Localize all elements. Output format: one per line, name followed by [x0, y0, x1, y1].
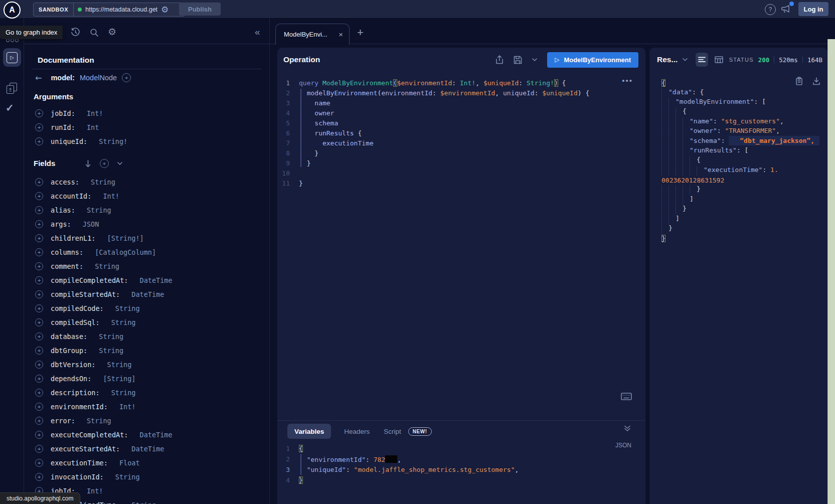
fields-chevron-down-icon[interactable]: [117, 162, 122, 165]
add-field-icon[interactable]: +: [35, 262, 43, 270]
sidebar-item-checks[interactable]: ✓: [6, 102, 14, 114]
add-field-icon[interactable]: +: [35, 206, 43, 214]
publish-button[interactable]: Publish: [179, 3, 221, 16]
help-icon[interactable]: ?: [765, 4, 776, 15]
back-arrow-icon[interactable]: ←: [35, 73, 42, 83]
add-field-icon[interactable]: +: [35, 473, 43, 481]
operation-editor[interactable]: 1query ModelByEnvironment($environmentId…: [277, 78, 645, 188]
graph-icon[interactable]: [15, 39, 19, 42]
add-field-icon[interactable]: +: [35, 290, 43, 298]
add-field-icon[interactable]: +: [35, 445, 43, 453]
field-row: +args: JSON: [35, 217, 266, 231]
field-type[interactable]: Int!: [83, 109, 103, 117]
field-type[interactable]: String: [83, 206, 111, 214]
add-field-icon[interactable]: +: [35, 192, 43, 200]
field-type[interactable]: DateTime: [135, 276, 172, 284]
browser-status-chip: studio.apollographql.com: [0, 492, 80, 504]
save-icon[interactable]: [514, 56, 522, 64]
field-type[interactable]: [CatalogColumn]: [91, 248, 156, 256]
keyboard-shortcuts-icon[interactable]: [621, 393, 632, 400]
add-field-icon[interactable]: +: [35, 403, 43, 411]
field-type[interactable]: String: [107, 389, 136, 397]
indent-guide: [676, 107, 683, 117]
save-chevron-down-icon[interactable]: [532, 58, 537, 62]
field-type[interactable]: Int: [83, 123, 99, 131]
settings-gear-icon[interactable]: ⚙: [108, 26, 116, 37]
run-operation-button[interactable]: ▷ ModelByEnvironment: [547, 52, 638, 68]
response-table-view-button[interactable]: [712, 53, 725, 67]
indent-guide: [669, 146, 676, 156]
field-type[interactable]: String: [103, 361, 131, 369]
add-field-icon[interactable]: +: [35, 459, 43, 467]
login-button[interactable]: Log in: [798, 2, 828, 16]
add-field-icon[interactable]: +: [35, 304, 43, 312]
graph-icon[interactable]: [11, 39, 14, 42]
add-field-icon[interactable]: +: [35, 137, 43, 145]
add-field-icon[interactable]: +: [35, 234, 43, 242]
add-all-fields-icon[interactable]: +: [122, 73, 131, 82]
tab-close-icon[interactable]: ×: [339, 31, 343, 38]
connection-settings-gear-icon[interactable]: ⚙: [161, 6, 169, 14]
add-field-icon[interactable]: +: [35, 389, 43, 397]
field-type[interactable]: String: [111, 473, 140, 481]
field-type[interactable]: String: [83, 417, 111, 425]
indent-guide: [661, 205, 669, 214]
response-chevron-down-icon[interactable]: [683, 58, 688, 62]
collapse-variables-icon[interactable]: [624, 425, 631, 432]
field-row: +accountId: Int!: [35, 189, 266, 203]
sidebar-item-collections[interactable]: ±: [7, 83, 18, 95]
field-type[interactable]: String: [95, 332, 123, 341]
field-type[interactable]: String: [87, 178, 115, 186]
add-field-icon[interactable]: +: [35, 375, 43, 383]
search-icon[interactable]: [90, 28, 99, 37]
field-type[interactable]: String: [95, 347, 123, 355]
add-field-icon[interactable]: +: [35, 220, 43, 228]
add-field-icon[interactable]: +: [35, 318, 43, 326]
endpoint-url-box[interactable]: https://metadata.cloud.get ⚙: [74, 3, 185, 16]
tab-variables[interactable]: Variables: [287, 424, 331, 439]
apollo-logo-icon[interactable]: A: [4, 2, 21, 19]
history-icon[interactable]: [71, 28, 80, 37]
add-field-icon[interactable]: +: [35, 178, 43, 186]
sandbox-badge[interactable]: SANDBOX: [34, 3, 74, 16]
share-icon[interactable]: [495, 55, 504, 64]
add-field-icon[interactable]: +: [35, 431, 43, 439]
model-type-link[interactable]: ModelNode: [80, 74, 117, 82]
response-text-view-button[interactable]: [696, 53, 708, 67]
field-type[interactable]: [String!]: [103, 234, 143, 242]
tab-modelbyenvironment[interactable]: ModelByEnvi... ×: [275, 24, 350, 45]
tab-script[interactable]: Script: [384, 428, 401, 435]
add-field-icon[interactable]: +: [35, 109, 43, 117]
field-type[interactable]: DateTime: [135, 431, 172, 439]
field-type[interactable]: DateTime: [127, 290, 164, 298]
add-field-icon[interactable]: +: [35, 332, 43, 341]
field-type[interactable]: [String]: [99, 375, 135, 383]
add-field-icon[interactable]: +: [35, 347, 43, 355]
new-tab-icon[interactable]: +: [357, 26, 364, 39]
add-field-icon[interactable]: +: [35, 276, 43, 284]
sort-down-icon[interactable]: [85, 160, 91, 167]
field-type[interactable]: String: [111, 304, 140, 312]
field-type[interactable]: String: [107, 318, 136, 326]
add-field-icon[interactable]: +: [35, 248, 43, 256]
add-field-icon[interactable]: +: [35, 123, 43, 131]
add-field-icon[interactable]: +: [35, 417, 43, 425]
field-type[interactable]: String: [91, 262, 119, 270]
add-fields-icon[interactable]: +: [100, 159, 109, 168]
field-type[interactable]: JSON: [79, 220, 99, 228]
collapse-sidebar-icon[interactable]: «: [255, 27, 260, 38]
endpoint-url[interactable]: https://metadata.cloud.get: [85, 6, 157, 13]
field-type[interactable]: String: [127, 501, 156, 504]
field-type[interactable]: String!: [95, 137, 127, 145]
field-type[interactable]: Int!: [99, 192, 119, 200]
indent-guide: [676, 117, 683, 127]
variables-editor[interactable]: 1{2 "environmentId": 782,3 "uniqueId": "…: [277, 443, 645, 485]
sidebar-item-explorer[interactable]: ▷: [3, 48, 21, 67]
field-type[interactable]: Float: [115, 459, 140, 467]
field-type[interactable]: Int!: [83, 487, 103, 495]
add-field-icon[interactable]: +: [35, 361, 43, 369]
tab-headers[interactable]: Headers: [344, 428, 370, 435]
field-type[interactable]: Int!: [115, 403, 136, 411]
graph-icon[interactable]: [6, 39, 10, 42]
field-type[interactable]: DateTime: [127, 445, 164, 453]
